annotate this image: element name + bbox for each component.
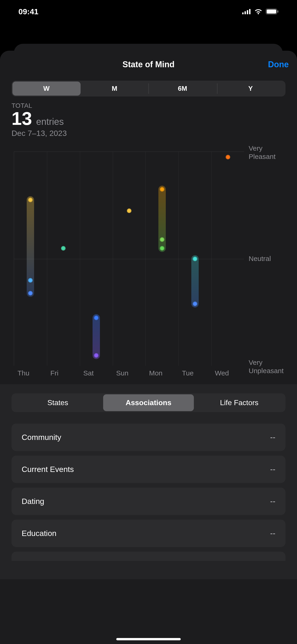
chart-track: [191, 255, 199, 308]
svg-rect-3: [249, 9, 250, 14]
sheet-title: State of Mind: [122, 60, 174, 69]
summary-value: 13: [12, 110, 32, 128]
chart-y-label: VeryPleasant: [249, 144, 276, 161]
svg-rect-5: [266, 10, 276, 14]
association-label: Current Events: [22, 465, 74, 474]
sheet-header: State of Mind Done: [0, 51, 297, 78]
battery-icon: [266, 8, 278, 14]
chart-y-label: VeryUnpleasant: [249, 358, 284, 375]
range-seg-y[interactable]: Y: [217, 82, 285, 96]
chart-x-label: Sun: [116, 369, 128, 377]
chart-plot-area: [14, 152, 244, 366]
association-row-community[interactable]: Community--: [12, 424, 286, 451]
range-seg-6m[interactable]: 6M: [148, 82, 217, 96]
chart-track: [92, 314, 100, 359]
done-button[interactable]: Done: [268, 60, 289, 69]
detail-seg-life-factors[interactable]: Life Factors: [194, 394, 284, 411]
association-value: --: [270, 433, 275, 442]
association-row-partial[interactable]: [12, 552, 286, 561]
chart-point[interactable]: [193, 256, 197, 261]
chart-point[interactable]: [94, 316, 98, 320]
association-row-current-events[interactable]: Current Events--: [12, 456, 286, 483]
chart-x-label: Sat: [83, 369, 94, 377]
summary-unit: entries: [36, 116, 64, 127]
chart-point[interactable]: [226, 155, 230, 160]
chart-x-label: Tue: [182, 369, 194, 377]
detail-seg-associations[interactable]: Associations: [103, 394, 194, 411]
wifi-icon: [254, 8, 262, 14]
chart-x-label: Fri: [50, 369, 58, 377]
chart-point[interactable]: [94, 353, 98, 358]
chart-point[interactable]: [127, 208, 132, 213]
chart-x-label: Thu: [18, 369, 30, 377]
detail-segmented-control[interactable]: StatesAssociationsLife Factors: [12, 394, 286, 412]
chart-track: [158, 186, 166, 252]
summary-block: TOTAL 13 entries Dec 7–13, 2023: [12, 102, 286, 138]
chart-point[interactable]: [193, 302, 197, 306]
chart-y-label: Neutral: [249, 254, 271, 263]
association-row-education[interactable]: Education--: [12, 520, 286, 547]
chart-point[interactable]: [61, 246, 66, 250]
association-row-dating[interactable]: Dating--: [12, 488, 286, 515]
summary-label: TOTAL: [12, 102, 286, 110]
range-seg-w[interactable]: W: [12, 82, 80, 96]
detail-section: StatesAssociationsLife Factors Community…: [0, 384, 297, 579]
association-label: Dating: [22, 497, 44, 506]
associations-list: Community--Current Events--Dating--Educa…: [12, 424, 286, 561]
chart-point[interactable]: [160, 187, 164, 192]
association-label: Education: [22, 529, 56, 538]
range-segmented-control[interactable]: WM6MY: [12, 80, 286, 96]
detail-seg-states[interactable]: States: [12, 394, 103, 411]
home-indicator[interactable]: [116, 638, 181, 640]
chart-x-label: Mon: [149, 369, 162, 377]
range-seg-m[interactable]: M: [80, 82, 149, 96]
svg-rect-1: [244, 11, 246, 14]
chart-point[interactable]: [160, 246, 164, 250]
status-time: 09:41: [18, 7, 38, 16]
association-label: Community: [22, 433, 61, 442]
svg-rect-6: [278, 10, 278, 13]
association-value: --: [270, 465, 275, 474]
status-indicators: [242, 8, 278, 14]
summary-date-range: Dec 7–13, 2023: [12, 129, 286, 138]
chart-x-label: Wed: [215, 369, 229, 377]
state-of-mind-chart[interactable]: VeryPleasantNeutralVeryUnpleasant ThuFri…: [12, 145, 286, 384]
cellular-icon: [242, 9, 251, 14]
svg-rect-0: [242, 12, 244, 14]
association-value: --: [270, 529, 275, 538]
association-value: --: [270, 497, 275, 506]
svg-rect-2: [247, 10, 248, 14]
status-bar: 09:41: [0, 0, 297, 23]
modal-sheet: State of Mind Done WM6MY TOTAL 13 entrie…: [0, 51, 297, 644]
